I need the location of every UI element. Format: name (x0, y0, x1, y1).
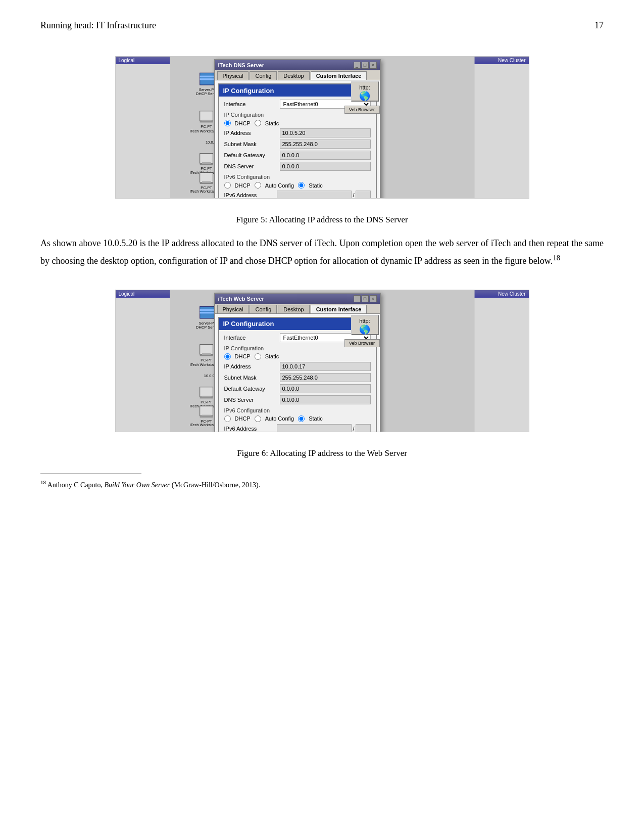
ipv6-address-row-2: IPv6 Address / (224, 424, 371, 432)
sim-body-1: IP Configuration × Interface FastEtherne… (215, 80, 380, 198)
ipv6-address-input-2[interactable] (277, 424, 352, 432)
ipv6-address-label-2: IPv6 Address (224, 426, 277, 432)
minimize-btn-1[interactable]: _ (354, 62, 361, 69)
footnote-ref: 18 (553, 254, 560, 262)
static-label-2: Static (265, 353, 279, 359)
http-label-2: http: (359, 318, 370, 324)
ip-config-title-1: IP Configuration (223, 87, 274, 95)
dns-server-input-1[interactable] (280, 162, 371, 171)
svg-rect-6 (200, 76, 215, 77)
dns-server-label-1: DNS Server (224, 163, 280, 169)
footnote-number: 18 (40, 479, 46, 485)
default-gateway-label-2: Default Gateway (224, 386, 280, 392)
svg-rect-54 (200, 387, 213, 396)
close-btn-2[interactable]: × (370, 295, 377, 302)
footnote-italic: Build Your Own Server (105, 481, 170, 488)
http-btn-2[interactable]: http: 🌎 (351, 315, 379, 335)
sim-titlebar-2: iTech Web Server _ □ × (215, 294, 380, 304)
ipv6-dhcp-label-1: DHCP (235, 182, 251, 189)
tab-config-2[interactable]: Config (250, 305, 277, 313)
dhcp-radio-2[interactable] (224, 353, 231, 360)
sim-titlebar-1: iTech DNS Server _ □ × (215, 60, 380, 70)
default-gateway-label-1: Default Gateway (224, 152, 280, 158)
footnote: 18 Anthony C Caputo, Build Your Own Serv… (40, 478, 604, 490)
tab-desktop-2[interactable]: Desktop (278, 305, 309, 313)
svg-rect-60 (202, 414, 211, 416)
footnote-text: Anthony C Caputo, (47, 481, 105, 488)
ipv6-static-radio-1[interactable] (298, 182, 305, 189)
maximize-btn-2[interactable]: □ (362, 295, 369, 302)
web-browser-label-1: Veb Browser (344, 106, 380, 114)
ipv6-auto-label-1: Auto Config (265, 182, 294, 189)
svg-rect-42 (200, 344, 213, 354)
svg-rect-12 (200, 121, 213, 122)
close-btn-1[interactable]: × (370, 62, 377, 69)
tab-desktop-1[interactable]: Desktop (278, 71, 309, 80)
ip-address-input-2[interactable] (280, 362, 371, 371)
svg-rect-39 (200, 312, 215, 313)
ip-address-input-1[interactable]: 10.0.5.20 (280, 128, 371, 137)
ip-address-label-1: IP Address (224, 130, 280, 136)
static-radio-1[interactable] (255, 120, 261, 126)
dns-server-row-2: DNS Server (224, 395, 371, 404)
ipv6-auto-radio-2[interactable] (255, 415, 261, 422)
tab-custom-interface-2[interactable]: Custom Interface (311, 305, 367, 313)
ip-radio-row-2: DHCP Static (224, 353, 371, 360)
ipv6-radio-row-1: DHCP Auto Config Static (224, 182, 371, 189)
subnet-mask-label-1: Subnet Mask (224, 141, 280, 147)
dns-server-input-2[interactable] (280, 395, 371, 404)
figure1-container: Logical New Cluster Server-PT DHCP Serve… (115, 56, 529, 199)
dhcp-label-2: DHCP (235, 353, 251, 359)
subnet-mask-row-2: Subnet Mask (224, 373, 371, 382)
ipv6-static-label-1: Static (309, 182, 323, 189)
ipv6-address-input-1[interactable] (277, 191, 352, 198)
svg-rect-29 (200, 183, 213, 184)
ip-radio-row-1: DHCP Static (224, 120, 371, 126)
subnet-mask-input-2[interactable] (280, 373, 371, 382)
ipv6-section-1: IPv6 Configuration (224, 174, 371, 180)
sim-body-2: IP Configuration × Interface FastEtherne… (215, 314, 380, 432)
svg-rect-28 (202, 181, 211, 183)
svg-rect-23 (202, 162, 211, 164)
http-btn-1[interactable]: http: 🌎 (351, 81, 379, 102)
web-browser-text-1: Veb Browser (349, 107, 375, 112)
subnet-mask-input-1[interactable] (280, 140, 371, 149)
default-gateway-input-1[interactable] (280, 151, 371, 160)
footnote-divider (40, 474, 141, 474)
figure1-caption: Figure 5: Allocating IP address to the D… (40, 215, 604, 225)
tab-custom-interface-1[interactable]: Custom Interface (311, 71, 367, 80)
ipv6-static-radio-2[interactable] (298, 415, 305, 422)
footnote-publisher: (McGraw-Hill/Osborne, 2013). (170, 481, 260, 488)
sim-window-1: iTech DNS Server _ □ × Physical Config D… (214, 59, 381, 198)
ip-address-row-2: IP Address (224, 362, 371, 371)
tab-physical-1[interactable]: Physical (217, 71, 249, 80)
ipv6-dhcp-label-2: DHCP (235, 415, 251, 422)
ipv6-dhcp-radio-1[interactable] (224, 182, 231, 189)
maximize-btn-1[interactable]: □ (362, 62, 369, 69)
default-gateway-input-2[interactable] (280, 384, 371, 393)
ipv6-prefix-input-1[interactable] (356, 191, 371, 198)
svg-rect-44 (200, 355, 213, 356)
sim-tabs-1: Physical Config Desktop Custom Interface (215, 70, 380, 80)
svg-rect-22 (200, 154, 213, 163)
ip-address-label-2: IP Address (224, 363, 280, 369)
static-radio-2[interactable] (255, 353, 261, 360)
sim-title-2: iTech Web Server (218, 296, 264, 302)
minimize-btn-2[interactable]: _ (354, 295, 361, 302)
svg-rect-10 (200, 111, 213, 121)
tab-physical-2[interactable]: Physical (217, 305, 249, 313)
dhcp-radio-1[interactable] (224, 120, 231, 126)
ipv6-address-label-1: IPv6 Address (224, 192, 277, 198)
titlebar-buttons-1: _ □ × (354, 62, 377, 69)
ipv6-auto-radio-1[interactable] (255, 182, 261, 189)
ipv6-dhcp-radio-2[interactable] (224, 415, 231, 422)
ipv6-prefix-input-2[interactable] (356, 424, 371, 432)
ipv6-address-row-1: IPv6 Address / (224, 191, 371, 198)
svg-rect-43 (202, 353, 211, 355)
running-head: Running head: IT Infrastructure (40, 20, 156, 31)
sim-title-1: iTech DNS Server (218, 62, 265, 68)
sim-tabs-2: Physical Config Desktop Custom Interface (215, 304, 380, 314)
svg-rect-55 (202, 396, 211, 397)
ip-config-title-2: IP Configuration (223, 320, 274, 328)
tab-config-1[interactable]: Config (250, 71, 277, 80)
